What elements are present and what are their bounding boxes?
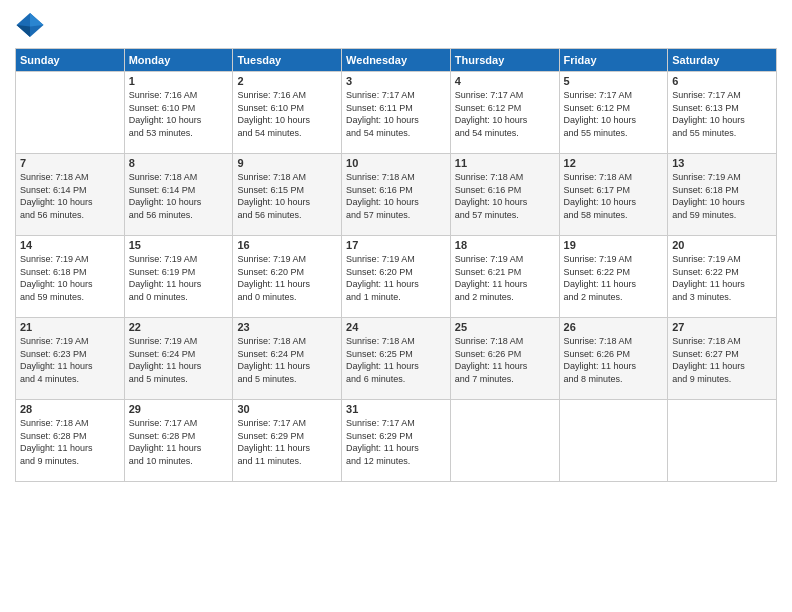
day-number: 3 [346,75,446,87]
day-number: 11 [455,157,555,169]
weekday-header-friday: Friday [559,49,668,72]
day-number: 1 [129,75,229,87]
weekday-header-sunday: Sunday [16,49,125,72]
day-info: Sunrise: 7:19 AM Sunset: 6:22 PM Dayligh… [672,253,772,303]
day-number: 10 [346,157,446,169]
day-cell [668,400,777,482]
day-number: 4 [455,75,555,87]
day-number: 19 [564,239,664,251]
day-cell: 23Sunrise: 7:18 AM Sunset: 6:24 PM Dayli… [233,318,342,400]
day-info: Sunrise: 7:17 AM Sunset: 6:29 PM Dayligh… [346,417,446,467]
day-cell: 6Sunrise: 7:17 AM Sunset: 6:13 PM Daylig… [668,72,777,154]
day-info: Sunrise: 7:19 AM Sunset: 6:23 PM Dayligh… [20,335,120,385]
day-cell [559,400,668,482]
day-info: Sunrise: 7:19 AM Sunset: 6:22 PM Dayligh… [564,253,664,303]
day-number: 17 [346,239,446,251]
day-number: 12 [564,157,664,169]
day-number: 7 [20,157,120,169]
day-number: 21 [20,321,120,333]
calendar-table: SundayMondayTuesdayWednesdayThursdayFrid… [15,48,777,482]
day-info: Sunrise: 7:18 AM Sunset: 6:16 PM Dayligh… [346,171,446,221]
day-cell: 19Sunrise: 7:19 AM Sunset: 6:22 PM Dayli… [559,236,668,318]
week-row-3: 14Sunrise: 7:19 AM Sunset: 6:18 PM Dayli… [16,236,777,318]
day-info: Sunrise: 7:17 AM Sunset: 6:12 PM Dayligh… [564,89,664,139]
week-row-5: 28Sunrise: 7:18 AM Sunset: 6:28 PM Dayli… [16,400,777,482]
day-cell: 26Sunrise: 7:18 AM Sunset: 6:26 PM Dayli… [559,318,668,400]
day-number: 18 [455,239,555,251]
day-number: 8 [129,157,229,169]
day-info: Sunrise: 7:18 AM Sunset: 6:27 PM Dayligh… [672,335,772,385]
weekday-header-row: SundayMondayTuesdayWednesdayThursdayFrid… [16,49,777,72]
header [15,10,777,40]
day-number: 6 [672,75,772,87]
day-cell: 16Sunrise: 7:19 AM Sunset: 6:20 PM Dayli… [233,236,342,318]
day-info: Sunrise: 7:16 AM Sunset: 6:10 PM Dayligh… [237,89,337,139]
day-number: 24 [346,321,446,333]
weekday-header-tuesday: Tuesday [233,49,342,72]
day-info: Sunrise: 7:18 AM Sunset: 6:15 PM Dayligh… [237,171,337,221]
day-info: Sunrise: 7:16 AM Sunset: 6:10 PM Dayligh… [129,89,229,139]
day-number: 9 [237,157,337,169]
day-cell: 27Sunrise: 7:18 AM Sunset: 6:27 PM Dayli… [668,318,777,400]
day-cell: 15Sunrise: 7:19 AM Sunset: 6:19 PM Dayli… [124,236,233,318]
day-info: Sunrise: 7:19 AM Sunset: 6:20 PM Dayligh… [346,253,446,303]
day-cell: 10Sunrise: 7:18 AM Sunset: 6:16 PM Dayli… [342,154,451,236]
weekday-header-wednesday: Wednesday [342,49,451,72]
svg-marker-1 [30,13,44,27]
day-info: Sunrise: 7:18 AM Sunset: 6:26 PM Dayligh… [564,335,664,385]
day-number: 29 [129,403,229,415]
day-cell: 13Sunrise: 7:19 AM Sunset: 6:18 PM Dayli… [668,154,777,236]
day-cell [16,72,125,154]
day-cell: 28Sunrise: 7:18 AM Sunset: 6:28 PM Dayli… [16,400,125,482]
day-info: Sunrise: 7:17 AM Sunset: 6:28 PM Dayligh… [129,417,229,467]
week-row-1: 1Sunrise: 7:16 AM Sunset: 6:10 PM Daylig… [16,72,777,154]
day-cell: 1Sunrise: 7:16 AM Sunset: 6:10 PM Daylig… [124,72,233,154]
week-row-2: 7Sunrise: 7:18 AM Sunset: 6:14 PM Daylig… [16,154,777,236]
day-cell: 8Sunrise: 7:18 AM Sunset: 6:14 PM Daylig… [124,154,233,236]
day-info: Sunrise: 7:18 AM Sunset: 6:17 PM Dayligh… [564,171,664,221]
day-info: Sunrise: 7:17 AM Sunset: 6:11 PM Dayligh… [346,89,446,139]
svg-marker-2 [17,25,31,37]
day-cell: 31Sunrise: 7:17 AM Sunset: 6:29 PM Dayli… [342,400,451,482]
day-cell: 29Sunrise: 7:17 AM Sunset: 6:28 PM Dayli… [124,400,233,482]
day-cell: 30Sunrise: 7:17 AM Sunset: 6:29 PM Dayli… [233,400,342,482]
weekday-header-saturday: Saturday [668,49,777,72]
day-number: 26 [564,321,664,333]
day-cell: 11Sunrise: 7:18 AM Sunset: 6:16 PM Dayli… [450,154,559,236]
day-info: Sunrise: 7:17 AM Sunset: 6:13 PM Dayligh… [672,89,772,139]
day-cell: 9Sunrise: 7:18 AM Sunset: 6:15 PM Daylig… [233,154,342,236]
day-number: 14 [20,239,120,251]
day-number: 25 [455,321,555,333]
day-info: Sunrise: 7:18 AM Sunset: 6:26 PM Dayligh… [455,335,555,385]
day-number: 5 [564,75,664,87]
day-info: Sunrise: 7:18 AM Sunset: 6:14 PM Dayligh… [20,171,120,221]
day-number: 13 [672,157,772,169]
day-cell: 2Sunrise: 7:16 AM Sunset: 6:10 PM Daylig… [233,72,342,154]
day-info: Sunrise: 7:18 AM Sunset: 6:24 PM Dayligh… [237,335,337,385]
day-number: 31 [346,403,446,415]
day-cell: 20Sunrise: 7:19 AM Sunset: 6:22 PM Dayli… [668,236,777,318]
day-info: Sunrise: 7:18 AM Sunset: 6:14 PM Dayligh… [129,171,229,221]
day-cell: 24Sunrise: 7:18 AM Sunset: 6:25 PM Dayli… [342,318,451,400]
day-number: 27 [672,321,772,333]
day-number: 15 [129,239,229,251]
day-cell: 17Sunrise: 7:19 AM Sunset: 6:20 PM Dayli… [342,236,451,318]
logo [15,10,49,40]
day-info: Sunrise: 7:19 AM Sunset: 6:18 PM Dayligh… [672,171,772,221]
weekday-header-monday: Monday [124,49,233,72]
day-number: 2 [237,75,337,87]
day-info: Sunrise: 7:18 AM Sunset: 6:25 PM Dayligh… [346,335,446,385]
day-number: 28 [20,403,120,415]
day-number: 23 [237,321,337,333]
day-info: Sunrise: 7:19 AM Sunset: 6:18 PM Dayligh… [20,253,120,303]
weekday-header-thursday: Thursday [450,49,559,72]
day-cell: 22Sunrise: 7:19 AM Sunset: 6:24 PM Dayli… [124,318,233,400]
day-info: Sunrise: 7:19 AM Sunset: 6:21 PM Dayligh… [455,253,555,303]
day-cell: 7Sunrise: 7:18 AM Sunset: 6:14 PM Daylig… [16,154,125,236]
day-cell: 25Sunrise: 7:18 AM Sunset: 6:26 PM Dayli… [450,318,559,400]
day-cell: 3Sunrise: 7:17 AM Sunset: 6:11 PM Daylig… [342,72,451,154]
day-cell: 12Sunrise: 7:18 AM Sunset: 6:17 PM Dayli… [559,154,668,236]
day-number: 20 [672,239,772,251]
logo-icon [15,10,45,40]
day-cell: 21Sunrise: 7:19 AM Sunset: 6:23 PM Dayli… [16,318,125,400]
